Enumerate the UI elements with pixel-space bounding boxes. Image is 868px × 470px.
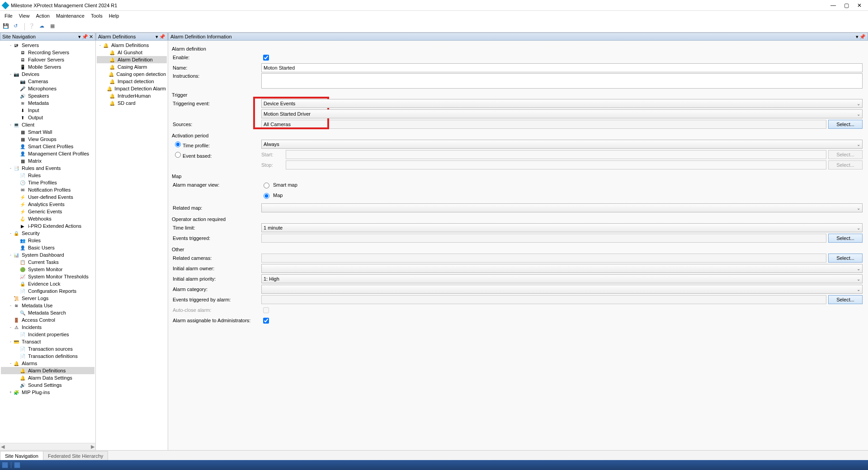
- tree-item[interactable]: 🔔Alarm Data Settings: [1, 374, 94, 381]
- tree-item[interactable]: -≋Metadata Use: [1, 302, 94, 309]
- related-map-dropdown[interactable]: [261, 203, 863, 212]
- tree-item[interactable]: 📈System Monitor Thresholds: [1, 273, 94, 280]
- initial-priority-dropdown[interactable]: 1: High: [261, 274, 863, 283]
- smart-map-radio[interactable]: [264, 183, 269, 188]
- instructions-textarea[interactable]: [261, 73, 863, 89]
- tree-item[interactable]: 🔔AI Gunshot: [97, 49, 167, 56]
- sources-select-button[interactable]: Select...: [828, 120, 863, 129]
- triggering-event-dropdown[interactable]: Device Events: [261, 99, 863, 108]
- expander-icon[interactable]: -: [8, 122, 13, 127]
- tree-item[interactable]: ⬆Output: [1, 114, 94, 121]
- tree-item[interactable]: 👤Smart Client Profiles: [1, 143, 94, 150]
- menu-maintenance[interactable]: Maintenance: [53, 12, 87, 19]
- expander-icon[interactable]: -: [8, 166, 13, 170]
- tree-item[interactable]: 🔔IntruderHuman: [97, 92, 167, 99]
- dropdown-icon[interactable]: ▾: [78, 34, 81, 40]
- events-by-alarm-select-button[interactable]: Select...: [828, 295, 863, 304]
- tree-item[interactable]: 🔒Evidence Lock: [1, 280, 94, 287]
- expander-icon[interactable]: +: [8, 390, 13, 395]
- pin-icon[interactable]: 📌: [859, 34, 866, 40]
- tree-item[interactable]: 🔔Impact Detection Alarm: [97, 85, 167, 92]
- initial-owner-dropdown[interactable]: [261, 264, 863, 273]
- expander-icon[interactable]: -: [8, 253, 13, 257]
- tree-item[interactable]: ✉Notification Profiles: [1, 186, 94, 193]
- tree-item[interactable]: ⚡User-defined Events: [1, 193, 94, 201]
- status-icon-2[interactable]: [14, 462, 20, 468]
- tab-site-navigation[interactable]: Site Navigation: [0, 451, 43, 460]
- tree-item[interactable]: 🪝Webhooks: [1, 215, 94, 222]
- tree-item[interactable]: -📑Rules and Events: [1, 164, 94, 172]
- tree-item[interactable]: -🖳Servers: [1, 42, 94, 49]
- undo-icon[interactable]: ↺: [14, 23, 21, 30]
- events-triggered-select-button[interactable]: Select...: [828, 234, 863, 243]
- mid-tree[interactable]: -🔔Alarm Definitions🔔AI Gunshot🔔Alarm Def…: [96, 41, 168, 450]
- minimize-button[interactable]: —: [830, 2, 836, 9]
- tree-item[interactable]: ⚡Analytics Events: [1, 201, 94, 208]
- tree-item[interactable]: 🔔Casing open detection: [97, 70, 167, 78]
- tab-federated[interactable]: Federated Site Hierarchy: [43, 451, 108, 460]
- tree-item[interactable]: -⚠Incidents: [1, 324, 94, 331]
- tree-item[interactable]: -📊System Dashboard: [1, 251, 94, 258]
- maximize-button[interactable]: ▢: [844, 2, 849, 9]
- tree-item[interactable]: -📷Devices: [1, 70, 94, 78]
- status-icon-1[interactable]: [2, 462, 8, 468]
- tree-item[interactable]: 👤Basic Users: [1, 244, 94, 251]
- tree-item[interactable]: ⚡Generic Events: [1, 208, 94, 215]
- help-icon[interactable]: ❔: [28, 23, 36, 30]
- category-dropdown[interactable]: [261, 285, 863, 294]
- tree-item[interactable]: 🚪Access Control: [1, 316, 94, 324]
- pin-icon[interactable]: 📌: [159, 34, 165, 40]
- tree-item[interactable]: 👥Roles: [1, 237, 94, 244]
- expander-icon[interactable]: -: [8, 361, 13, 366]
- h-scrollbar[interactable]: ◀▶: [0, 443, 95, 450]
- time-profile-dropdown[interactable]: Always: [261, 140, 863, 149]
- tree-item[interactable]: ▦View Groups: [1, 136, 94, 143]
- tree-item[interactable]: -💻Client: [1, 121, 94, 128]
- tree-item[interactable]: 🔔Impact detection: [97, 78, 167, 85]
- tree-item[interactable]: 📜Server Logs: [1, 295, 94, 302]
- tree-item[interactable]: 🔔Alarm Definition: [97, 56, 167, 63]
- expander-icon[interactable]: -: [8, 231, 13, 235]
- map-radio[interactable]: [264, 193, 269, 199]
- action-icon[interactable]: ▦: [50, 23, 57, 30]
- tree-item[interactable]: -🔔Alarms: [1, 360, 94, 367]
- tree-item[interactable]: 🔔Alarm Definitions: [1, 367, 94, 374]
- name-input[interactable]: [261, 63, 863, 72]
- tree-item[interactable]: -🔔Alarm Definitions: [97, 42, 167, 49]
- time-limit-dropdown[interactable]: 1 minute: [261, 223, 863, 232]
- time-profile-radio[interactable]: [175, 141, 181, 147]
- expander-icon[interactable]: -: [8, 72, 13, 76]
- menu-action[interactable]: Action: [33, 12, 52, 19]
- close-button[interactable]: ✕: [857, 2, 862, 9]
- expander-icon[interactable]: -: [98, 43, 103, 47]
- tree-item[interactable]: ▦Smart Wall: [1, 128, 94, 136]
- tree-item[interactable]: 🖥Recording Servers: [1, 49, 94, 56]
- tree-item[interactable]: ▦Matrix: [1, 157, 94, 164]
- menu-view[interactable]: View: [16, 12, 33, 19]
- tree-item[interactable]: 🔔SD card: [97, 99, 167, 107]
- tree-item[interactable]: 📄Rules: [1, 172, 94, 179]
- close-icon[interactable]: ✕: [89, 34, 93, 40]
- tree-item[interactable]: -🔒Security: [1, 230, 94, 237]
- tree-item[interactable]: 🖥Failover Servers: [1, 56, 94, 63]
- event-based-radio[interactable]: [175, 152, 181, 158]
- tree-item[interactable]: +🧩MIP Plug-ins: [1, 389, 94, 396]
- tree-item[interactable]: 📄Configuration Reports: [1, 287, 94, 295]
- dropdown-icon[interactable]: ▾: [156, 34, 158, 40]
- save-icon[interactable]: 💾: [3, 23, 10, 30]
- tree-item[interactable]: 🕒Time Profiles: [1, 179, 94, 186]
- expander-icon[interactable]: -: [8, 325, 13, 329]
- tree-item[interactable]: -💳Transact: [1, 338, 94, 345]
- tree-item[interactable]: 🔍Metadata Search: [1, 309, 94, 316]
- tree-item[interactable]: 📄Incident properties: [1, 331, 94, 338]
- tree-item[interactable]: 🟢System Monitor: [1, 266, 94, 273]
- tree-item[interactable]: ▶i-PRO Extended Actions: [1, 222, 94, 230]
- tree-item[interactable]: 🎤Microphones: [1, 85, 94, 92]
- tree-item[interactable]: 📱Mobile Servers: [1, 63, 94, 70]
- tree-item[interactable]: 🔊Sound Settings: [1, 381, 94, 389]
- menu-file[interactable]: File: [2, 12, 15, 19]
- tree-item[interactable]: ≋Metadata: [1, 99, 94, 107]
- expander-icon[interactable]: -: [8, 339, 13, 344]
- tree-item[interactable]: 🔊Speakers: [1, 92, 94, 99]
- related-cameras-select-button[interactable]: Select...: [828, 254, 863, 263]
